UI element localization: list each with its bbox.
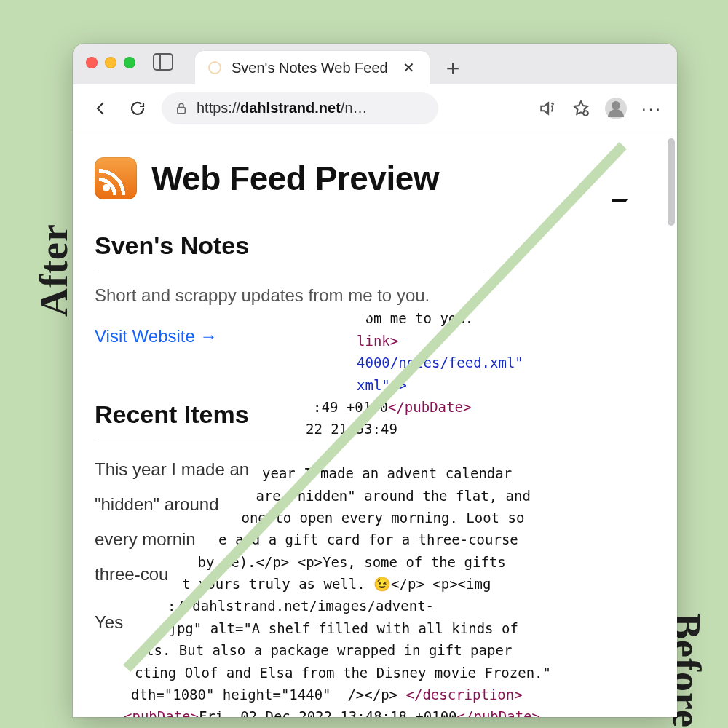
favorites-icon[interactable] (571, 99, 590, 118)
sidebar-toggle-button[interactable] (153, 53, 173, 71)
browser-window: Sven's Notes Web Feed ✕ ＋ https://dahlst… (73, 44, 677, 717)
more-menu-button[interactable]: ··· (641, 98, 662, 119)
toolbar: https://dahlstrand.net/n… ··· (73, 84, 677, 132)
titlebar: Sven's Notes Web Feed ✕ ＋ (73, 44, 677, 84)
lock-icon (175, 101, 188, 116)
address-bar[interactable]: https://dahlstrand.net/n… (162, 92, 438, 124)
minimize-window-button[interactable] (105, 57, 116, 68)
back-button[interactable] (89, 96, 114, 121)
close-tab-button[interactable]: ✕ (398, 58, 419, 78)
new-tab-button[interactable]: ＋ (437, 52, 469, 84)
read-aloud-icon[interactable] (538, 99, 557, 118)
tab-favicon (208, 61, 221, 74)
close-window-button[interactable] (86, 57, 98, 68)
window-controls (86, 44, 135, 84)
page-viewport: Web Feed Preview Sven's Notes Short and … (73, 132, 677, 717)
profile-avatar[interactable] (605, 98, 627, 119)
label-after: After (31, 223, 76, 317)
browser-tab[interactable]: Sven's Notes Web Feed ✕ (195, 51, 430, 84)
tab-title: Sven's Notes Web Feed (232, 60, 388, 76)
diagonal-divider (123, 142, 627, 672)
reload-button[interactable] (125, 96, 150, 121)
url-text: https://dahlstrand.net/n… (197, 100, 368, 116)
svg-rect-0 (178, 107, 186, 113)
zoom-window-button[interactable] (124, 57, 135, 68)
